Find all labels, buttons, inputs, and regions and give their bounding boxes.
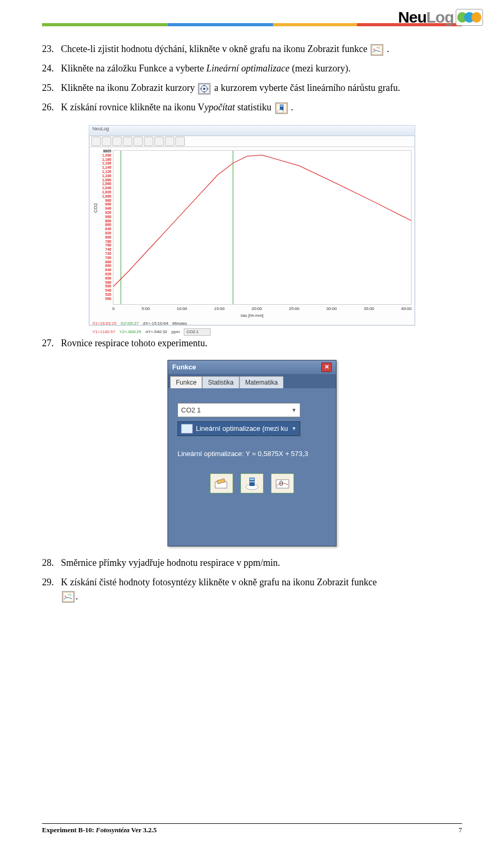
chevron-down-icon: ▼	[291, 406, 297, 414]
calculate-statistics-icon	[275, 102, 288, 114]
linear-fit-icon	[181, 424, 193, 433]
dialog-titlebar: Funkce ✕	[168, 360, 336, 374]
svg-text:0: 0	[279, 480, 283, 488]
dialog-button-eraser[interactable]	[210, 473, 233, 493]
x-axis-label: čas [hh:mm]	[89, 313, 415, 319]
step-28: 28. Směrnice přímky vyjadřuje hodnotu re…	[42, 556, 462, 570]
step-27: 27. Rovnice respirace tohoto experimentu…	[42, 336, 462, 350]
y-axis-label: CO2	[92, 203, 100, 213]
dialog-button-zero[interactable]: 0	[271, 473, 294, 493]
svg-point-9	[277, 110, 284, 113]
chevron-down-icon: ▼	[291, 425, 297, 432]
graph-screenshot: NeuLog CO2 88051,2001,1801,1601,1401,120…	[89, 125, 415, 326]
tab-statistika[interactable]: Statistika	[202, 376, 239, 388]
show-functions-icon: A+3	[371, 44, 383, 56]
graph-app-titlebar: NeuLog	[89, 126, 415, 136]
brand-logo: NeuLog	[398, 8, 483, 26]
show-functions-icon: A+3	[62, 591, 75, 603]
svg-rect-16	[250, 481, 251, 482]
svg-rect-15	[250, 478, 254, 480]
tab-matematika[interactable]: Matematika	[239, 376, 284, 388]
step-26: 26. K získání rovnice klikněte na ikonu …	[42, 100, 462, 115]
step-25: 25. Klikněte na ikonu Zobrazit kurzory a…	[42, 81, 462, 95]
dialog-tabs: Funkce Statistika Matematika	[168, 374, 336, 388]
graph-legend-row1: X1=16:03:15 X2=05:27 dX=-15:10:64 Minute…	[92, 320, 415, 327]
page-number: 7	[459, 826, 463, 834]
body-text: 23. Chcete-li zjistit hodnotu dýchání, k…	[42, 42, 462, 604]
step-29: 29. K získání čisté hodnoty fotosyntézy …	[42, 575, 462, 604]
brand-text: NeuLog	[398, 8, 454, 26]
y-axis-ticks: 88051,2001,1801,1601,1401,1201,1001,0801…	[89, 147, 113, 305]
select-sensor[interactable]: CO2 1▼	[177, 403, 300, 418]
graph-legend-row2: Y1=1140:57 Y2=-600:25 dY=-540:32 ppm CO2…	[92, 328, 415, 336]
show-cursors-icon	[198, 83, 211, 95]
svg-rect-17	[251, 481, 253, 482]
select-function[interactable]: Lineární optimalizace (mezi ku ▼	[177, 421, 300, 436]
functions-dialog: Funkce ✕ Funkce Statistika Matematika CO…	[167, 360, 337, 546]
tab-funkce[interactable]: Funkce	[170, 376, 202, 388]
svg-text:+3: +3	[376, 46, 380, 49]
chart-plot	[113, 150, 412, 305]
step-23: 23. Chcete-li zjistit hodnotu dýchání, k…	[42, 42, 462, 56]
close-icon[interactable]: ✕	[321, 363, 332, 372]
step-24: 24. Klikněte na záložku Funkce a vyberte…	[42, 61, 462, 76]
x-axis-ticks: 05:0010:0015:0020:0025:0030:0035:0040:00	[112, 306, 412, 312]
equation-text: Lineární optimalizace: Y = 0,5875X + 573…	[177, 449, 327, 459]
svg-rect-18	[253, 481, 254, 482]
svg-text:+3: +3	[68, 593, 71, 596]
dialog-button-calculator[interactable]	[240, 473, 264, 493]
page-footer: Experiment B-10: Fotosyntéza Ver 3.2.5 7	[42, 823, 462, 834]
svg-point-5	[203, 88, 205, 90]
graph-toolbar	[89, 136, 415, 147]
brand-icon	[456, 9, 483, 26]
dialog-title-text: Funkce	[172, 362, 196, 373]
svg-rect-8	[280, 105, 283, 107]
